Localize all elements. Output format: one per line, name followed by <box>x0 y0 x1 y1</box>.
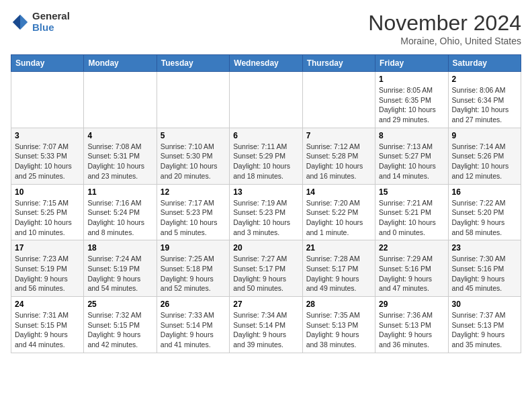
day-number: 15 <box>379 187 444 197</box>
calendar-cell: 18Sunrise: 7:24 AM Sunset: 5:19 PM Dayli… <box>84 240 157 297</box>
day-number: 5 <box>161 131 226 140</box>
calendar-cell: 4Sunrise: 7:08 AM Sunset: 5:31 PM Daylig… <box>84 128 157 184</box>
day-header-monday: Monday <box>84 55 157 72</box>
day-number: 26 <box>161 300 226 309</box>
day-number: 2 <box>452 75 517 84</box>
calendar-cell <box>157 72 229 128</box>
day-number: 10 <box>15 187 80 197</box>
day-number: 1 <box>379 75 444 84</box>
day-info: Sunrise: 7:25 AM Sunset: 5:18 PM Dayligh… <box>161 254 226 293</box>
day-number: 4 <box>87 131 152 140</box>
day-info: Sunrise: 7:28 AM Sunset: 5:17 PM Dayligh… <box>306 254 371 293</box>
calendar-cell: 30Sunrise: 7:37 AM Sunset: 5:13 PM Dayli… <box>448 297 521 353</box>
day-info: Sunrise: 7:20 AM Sunset: 5:22 PM Dayligh… <box>306 198 371 238</box>
day-info: Sunrise: 7:14 AM Sunset: 5:26 PM Dayligh… <box>452 142 517 181</box>
svg-marker-1 <box>13 14 20 29</box>
day-info: Sunrise: 7:12 AM Sunset: 5:28 PM Dayligh… <box>306 142 371 181</box>
day-number: 20 <box>233 243 298 253</box>
calendar-cell: 20Sunrise: 7:27 AM Sunset: 5:17 PM Dayli… <box>230 240 302 297</box>
day-number: 14 <box>306 187 371 197</box>
calendar-cell: 26Sunrise: 7:33 AM Sunset: 5:14 PM Dayli… <box>157 297 229 353</box>
calendar-week-1: 1Sunrise: 8:05 AM Sunset: 6:35 PM Daylig… <box>11 72 521 128</box>
logo: General Blue <box>11 11 70 33</box>
calendar-cell: 27Sunrise: 7:34 AM Sunset: 5:14 PM Dayli… <box>230 297 302 353</box>
day-number: 11 <box>87 187 152 197</box>
title-block: November 2024 Moraine, Ohio, United Stat… <box>368 11 521 46</box>
calendar-cell: 6Sunrise: 7:11 AM Sunset: 5:29 PM Daylig… <box>230 128 302 184</box>
day-header-friday: Friday <box>375 55 448 72</box>
logo-general-text: General <box>32 11 70 22</box>
calendar-cell <box>302 72 375 128</box>
location: Moraine, Ohio, United States <box>368 36 521 46</box>
day-info: Sunrise: 7:29 AM Sunset: 5:16 PM Dayligh… <box>379 254 444 293</box>
day-number: 24 <box>15 300 80 309</box>
day-info: Sunrise: 7:35 AM Sunset: 5:13 PM Dayligh… <box>306 310 371 350</box>
day-header-tuesday: Tuesday <box>157 55 229 72</box>
day-header-thursday: Thursday <box>302 55 375 72</box>
svg-marker-0 <box>20 14 28 29</box>
calendar-cell <box>230 72 302 128</box>
calendar-cell: 19Sunrise: 7:25 AM Sunset: 5:18 PM Dayli… <box>157 240 229 297</box>
calendar-cell: 10Sunrise: 7:15 AM Sunset: 5:25 PM Dayli… <box>11 184 84 240</box>
calendar-cell: 14Sunrise: 7:20 AM Sunset: 5:22 PM Dayli… <box>302 184 375 240</box>
day-info: Sunrise: 7:21 AM Sunset: 5:21 PM Dayligh… <box>379 198 444 238</box>
logo-icon <box>11 13 30 32</box>
day-info: Sunrise: 7:32 AM Sunset: 5:15 PM Dayligh… <box>87 310 152 350</box>
day-info: Sunrise: 7:30 AM Sunset: 5:16 PM Dayligh… <box>452 254 517 293</box>
calendar-cell: 3Sunrise: 7:07 AM Sunset: 5:33 PM Daylig… <box>11 128 84 184</box>
calendar-cell: 2Sunrise: 8:06 AM Sunset: 6:34 PM Daylig… <box>448 72 521 128</box>
day-number: 23 <box>452 243 517 253</box>
calendar-cell: 24Sunrise: 7:31 AM Sunset: 5:15 PM Dayli… <box>11 297 84 353</box>
day-number: 27 <box>233 300 298 309</box>
day-info: Sunrise: 7:31 AM Sunset: 5:15 PM Dayligh… <box>15 310 80 350</box>
day-header-sunday: Sunday <box>11 55 84 72</box>
calendar-cell <box>11 72 84 128</box>
day-number: 29 <box>379 300 444 309</box>
day-info: Sunrise: 7:24 AM Sunset: 5:19 PM Dayligh… <box>87 254 152 293</box>
day-info: Sunrise: 7:08 AM Sunset: 5:31 PM Dayligh… <box>87 142 152 181</box>
day-info: Sunrise: 8:06 AM Sunset: 6:34 PM Dayligh… <box>452 85 517 125</box>
calendar-cell: 11Sunrise: 7:16 AM Sunset: 5:24 PM Dayli… <box>84 184 157 240</box>
calendar-table: SundayMondayTuesdayWednesdayThursdayFrid… <box>11 54 521 353</box>
day-info: Sunrise: 7:10 AM Sunset: 5:30 PM Dayligh… <box>161 142 226 181</box>
day-info: Sunrise: 7:23 AM Sunset: 5:19 PM Dayligh… <box>15 254 80 293</box>
calendar-cell: 21Sunrise: 7:28 AM Sunset: 5:17 PM Dayli… <box>302 240 375 297</box>
day-info: Sunrise: 7:33 AM Sunset: 5:14 PM Dayligh… <box>161 310 226 350</box>
day-info: Sunrise: 7:37 AM Sunset: 5:13 PM Dayligh… <box>452 310 517 350</box>
day-number: 19 <box>161 243 226 253</box>
calendar-header-row: SundayMondayTuesdayWednesdayThursdayFrid… <box>11 55 521 72</box>
calendar-cell: 17Sunrise: 7:23 AM Sunset: 5:19 PM Dayli… <box>11 240 84 297</box>
day-number: 18 <box>87 243 152 253</box>
logo-text: General Blue <box>32 11 70 33</box>
day-number: 7 <box>306 131 371 140</box>
calendar-cell: 16Sunrise: 7:22 AM Sunset: 5:20 PM Dayli… <box>448 184 521 240</box>
day-number: 25 <box>87 300 152 309</box>
calendar-week-5: 24Sunrise: 7:31 AM Sunset: 5:15 PM Dayli… <box>11 297 521 353</box>
day-number: 16 <box>452 187 517 197</box>
calendar-cell: 9Sunrise: 7:14 AM Sunset: 5:26 PM Daylig… <box>448 128 521 184</box>
calendar-cell: 7Sunrise: 7:12 AM Sunset: 5:28 PM Daylig… <box>302 128 375 184</box>
calendar-week-4: 17Sunrise: 7:23 AM Sunset: 5:19 PM Dayli… <box>11 240 521 297</box>
calendar-week-2: 3Sunrise: 7:07 AM Sunset: 5:33 PM Daylig… <box>11 128 521 184</box>
calendar-cell <box>84 72 157 128</box>
day-info: Sunrise: 7:19 AM Sunset: 5:23 PM Dayligh… <box>233 198 298 238</box>
day-info: Sunrise: 7:17 AM Sunset: 5:23 PM Dayligh… <box>161 198 226 238</box>
day-info: Sunrise: 8:05 AM Sunset: 6:35 PM Dayligh… <box>379 85 444 125</box>
day-number: 17 <box>15 243 80 253</box>
calendar-cell: 28Sunrise: 7:35 AM Sunset: 5:13 PM Dayli… <box>302 297 375 353</box>
day-number: 8 <box>379 131 444 140</box>
day-info: Sunrise: 7:34 AM Sunset: 5:14 PM Dayligh… <box>233 310 298 350</box>
day-number: 6 <box>233 131 298 140</box>
calendar-cell: 29Sunrise: 7:36 AM Sunset: 5:13 PM Dayli… <box>375 297 448 353</box>
calendar-cell: 1Sunrise: 8:05 AM Sunset: 6:35 PM Daylig… <box>375 72 448 128</box>
calendar-cell: 8Sunrise: 7:13 AM Sunset: 5:27 PM Daylig… <box>375 128 448 184</box>
day-number: 22 <box>379 243 444 253</box>
month-title: November 2024 <box>368 11 521 36</box>
calendar-cell: 15Sunrise: 7:21 AM Sunset: 5:21 PM Dayli… <box>375 184 448 240</box>
calendar-cell: 25Sunrise: 7:32 AM Sunset: 5:15 PM Dayli… <box>84 297 157 353</box>
day-number: 3 <box>15 131 80 140</box>
logo-blue-text: Blue <box>32 22 70 34</box>
calendar-cell: 22Sunrise: 7:29 AM Sunset: 5:16 PM Dayli… <box>375 240 448 297</box>
day-info: Sunrise: 7:15 AM Sunset: 5:25 PM Dayligh… <box>15 198 80 238</box>
calendar-cell: 12Sunrise: 7:17 AM Sunset: 5:23 PM Dayli… <box>157 184 229 240</box>
